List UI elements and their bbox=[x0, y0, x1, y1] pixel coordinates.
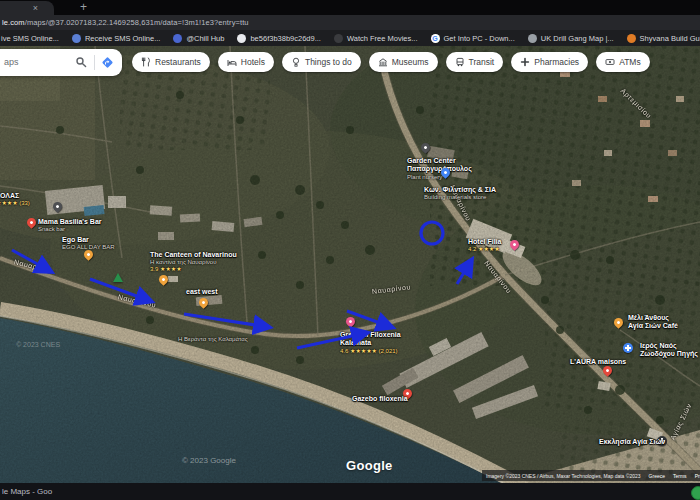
chip-label: Pharmacies bbox=[534, 57, 579, 67]
poi-label-line: 4.2 ★★★★ bbox=[468, 246, 501, 253]
imagery-watermark: © 2023 CNES bbox=[16, 341, 60, 348]
restaurants-icon bbox=[141, 57, 151, 67]
address-bar[interactable]: le.com/maps/@37.0207183,22.1469258,631m/… bbox=[0, 15, 700, 30]
bookmark-label: ive SMS Online... bbox=[1, 34, 59, 43]
bookmark-label: UK Drill Gang Map |... bbox=[541, 34, 614, 43]
bookmark-item[interactable]: UK Drill Gang Map |... bbox=[528, 34, 614, 43]
bookmark-label: be56f3b38b9c26d9... bbox=[250, 34, 320, 43]
canteen-navarinou-label[interactable]: The Canteen of NavarinouΗ καντίνα της Να… bbox=[150, 251, 237, 273]
taskbar-green-icon[interactable] bbox=[691, 486, 700, 500]
chip-label: Museums bbox=[392, 57, 429, 67]
mama-basilias-bar-label[interactable]: Mama Basilia's BarSnack bar bbox=[38, 218, 102, 233]
poi-label-line: Building materials store bbox=[424, 194, 496, 201]
directions-icon[interactable] bbox=[100, 55, 115, 70]
tab-close-icon[interactable]: × bbox=[33, 2, 38, 14]
hotel-filia-label[interactable]: Hotel Filia4.2 ★★★★ bbox=[468, 238, 501, 253]
bookmark-favicon bbox=[72, 34, 81, 43]
new-tab-button[interactable]: + bbox=[80, 0, 87, 15]
poi-label-line: Plant nursery bbox=[407, 174, 472, 181]
bookmark-item[interactable]: be56f3b38b9c26d9... bbox=[237, 34, 320, 43]
chip-label: Hotels bbox=[241, 57, 265, 67]
poi-label-line: 4.6 ★★★★★ (2,021) bbox=[340, 348, 401, 355]
chip-museums[interactable]: Museums bbox=[369, 52, 438, 72]
chip-atms[interactable]: ATMs bbox=[596, 52, 650, 72]
attribution-link[interactable]: Privacy bbox=[695, 473, 700, 479]
bookmark-label: Get Into PC - Down... bbox=[444, 34, 515, 43]
bookmark-label: Shyvana Build Guid... bbox=[640, 34, 700, 43]
tab-strip: × + bbox=[0, 0, 700, 15]
ieros-naos-zoodochou-pigis-icon[interactable] bbox=[623, 343, 633, 353]
meli-anthous-cafe-label[interactable]: Μέλι ΆνθουςΑγία Σιών Café bbox=[628, 314, 678, 331]
bookmark-item[interactable]: Receive SMS Online... bbox=[72, 34, 160, 43]
poi-label-line: Snack bar bbox=[38, 226, 102, 233]
hotels-icon bbox=[227, 57, 237, 67]
search-box[interactable]: aps bbox=[0, 49, 122, 76]
chip-label: Restaurants bbox=[155, 57, 201, 67]
museums-icon bbox=[378, 57, 388, 67]
chip-restaurants[interactable]: Restaurants bbox=[132, 52, 210, 72]
laura-maisons-label[interactable]: L'AURA maisons bbox=[570, 358, 626, 366]
poi-label-line: L'AURA maisons bbox=[570, 358, 626, 366]
google-logo: Google bbox=[346, 458, 393, 473]
bookmark-label: Receive SMS Online... bbox=[85, 34, 160, 43]
chip-things[interactable]: Things to do bbox=[282, 52, 361, 72]
bookmark-item[interactable]: ive SMS Online... bbox=[1, 34, 59, 43]
searchbox-divider bbox=[94, 55, 95, 70]
fildisis-building-materials-label[interactable]: Κων. Φιλντίσης & ΣΙΑBuilding materials s… bbox=[424, 186, 496, 201]
taskbar[interactable]: le Maps - Goo bbox=[0, 483, 700, 500]
browser-tab[interactable]: × bbox=[0, 1, 54, 15]
poi-label-line: Ιερός Ναός bbox=[640, 342, 698, 350]
poi-label-line: ΑΓΚΟΛΑΣ bbox=[0, 192, 30, 200]
ego-bar-label[interactable]: Ego BarEGO ALL DAY BAR bbox=[62, 236, 115, 251]
category-chips: RestaurantsHotelsThings to doMuseumsTran… bbox=[132, 52, 650, 72]
poi-label-line: Παπαργυρόπουλος bbox=[407, 165, 472, 173]
bookmark-item[interactable]: @Chill Hub bbox=[173, 34, 224, 43]
poi-label-line: Η Βεράντα της Καλαμάτας bbox=[178, 336, 248, 343]
ieros-naos-zoodochou-pigis-label[interactable]: Ιερός ΝαόςΖωοδόχου Πηγής bbox=[640, 342, 698, 359]
poi-label-line: Μέλι Άνθους bbox=[628, 314, 678, 322]
search-input[interactable]: aps bbox=[4, 57, 19, 67]
garden-center-label[interactable]: Garden CenterΠαπαργυρόπουλοςPlant nurser… bbox=[407, 157, 472, 181]
east-west-label[interactable]: east west bbox=[186, 288, 218, 296]
poi-label-line: 4.2 ★★★★ (33) bbox=[0, 200, 30, 207]
poi-label-line: Hotel Filia bbox=[468, 238, 501, 246]
bookmark-item[interactable]: Shyvana Build Guid... bbox=[627, 34, 700, 43]
poi-label-line: EGO ALL DAY BAR bbox=[62, 244, 115, 251]
poi-label-line: Ζωοδόχου Πηγής bbox=[640, 350, 698, 358]
map-canvas[interactable]: ΝαυαρίνουΝαυαρίνουΝαυαρίνουΝαυαρίνουΝαυα… bbox=[0, 46, 700, 483]
bookmark-favicon bbox=[334, 34, 343, 43]
bookmark-item[interactable]: Watch Free Movies... bbox=[334, 34, 418, 43]
chip-pharmacies[interactable]: Pharmacies bbox=[511, 52, 588, 72]
poi-label-line: 3.9 ★★★★ bbox=[150, 266, 237, 273]
poi-label-line: Grecotel Filoxenia bbox=[340, 331, 401, 339]
chip-label: ATMs bbox=[619, 57, 641, 67]
attribution-link[interactable]: Terms bbox=[673, 473, 687, 479]
chip-hotels[interactable]: Hotels bbox=[218, 52, 274, 72]
grecotel-filoxenia-label[interactable]: Grecotel FiloxeniaKalamata4.6 ★★★★★ (2,0… bbox=[340, 331, 401, 355]
window-title: le Maps - Goo bbox=[2, 487, 52, 496]
poi-label-line: Garden Center bbox=[407, 157, 472, 165]
search-icon[interactable] bbox=[75, 56, 87, 68]
bookmark-item[interactable]: GGet Into PC - Down... bbox=[431, 34, 515, 43]
attribution-link[interactable]: Greece bbox=[649, 473, 665, 479]
bookmark-favicon: G bbox=[431, 34, 440, 43]
taverna-agolas-label[interactable]: ΑΓΚΟΛΑΣ4.2 ★★★★ (33) bbox=[0, 192, 30, 207]
ekklisia-agia-sion-label[interactable]: Εκκλησία Αγία Σιών bbox=[599, 438, 665, 446]
poi-label-line: Mama Basilia's Bar bbox=[38, 218, 102, 226]
bookmark-favicon bbox=[237, 34, 246, 43]
poi-label-line: Gazebo filoxenia bbox=[352, 395, 408, 403]
veranda-kalamatas-label[interactable]: Η Βεράντα της Καλαμάτας bbox=[178, 336, 248, 343]
chip-label: Things to do bbox=[305, 57, 352, 67]
url-host: le.com bbox=[2, 18, 25, 27]
gazebo-filoxenia-label[interactable]: Gazebo filoxenia bbox=[352, 395, 408, 403]
chip-label: Transit bbox=[469, 57, 495, 67]
chip-transit[interactable]: Transit bbox=[446, 52, 504, 72]
park-icon[interactable] bbox=[113, 273, 123, 282]
satellite-imagery bbox=[0, 46, 700, 483]
poi-label-line: east west bbox=[186, 288, 218, 296]
url-path: /maps/@37.0207183,22.1469258,631m/data=!… bbox=[25, 18, 249, 27]
bookmark-favicon bbox=[173, 34, 182, 43]
attribution-bar: Imagery ©2023 CNES / Airbus, Maxar Techn… bbox=[482, 470, 700, 481]
poi-label-line: The Canteen of Navarinou bbox=[150, 251, 237, 259]
bookmarks-bar: ive SMS Online...Receive SMS Online...@C… bbox=[0, 30, 700, 46]
